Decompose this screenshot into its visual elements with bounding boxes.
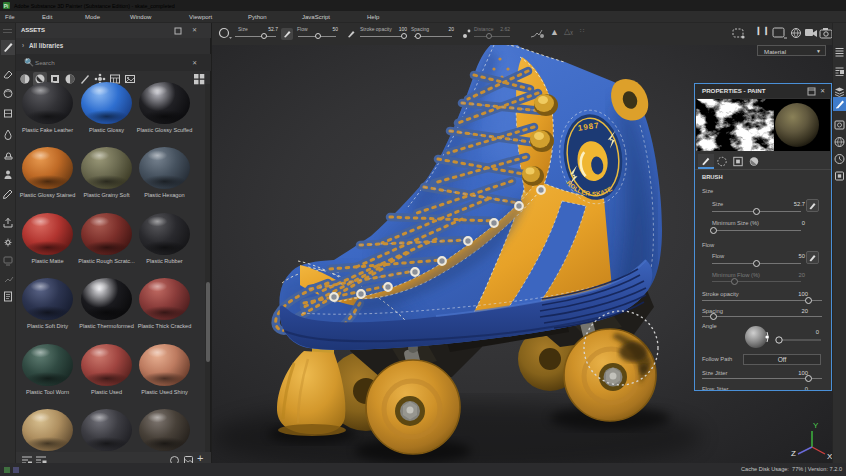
svg-text:Z: Z bbox=[791, 449, 796, 458]
svg-text:Y: Y bbox=[813, 421, 819, 430]
